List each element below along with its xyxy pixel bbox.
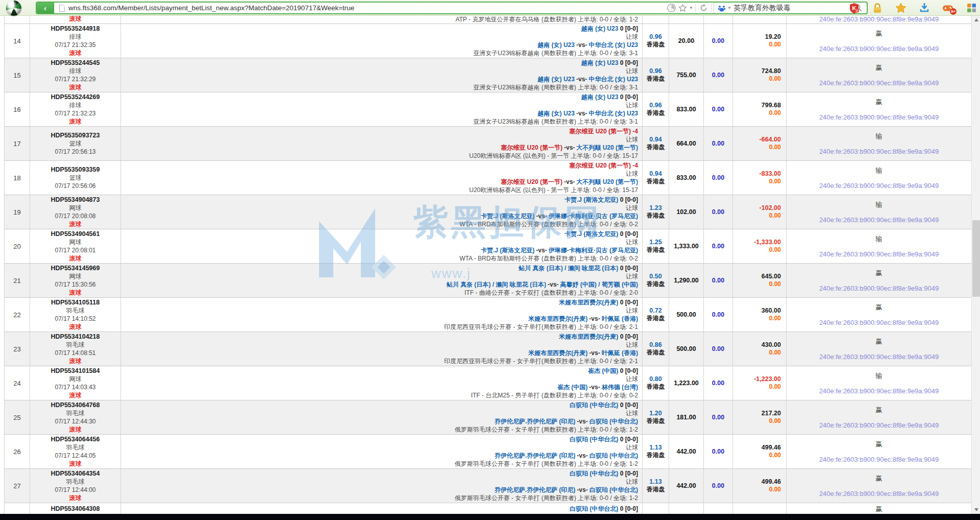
bet-id: HDP5535093359	[51, 166, 100, 174]
league-line: 亚洲女子U23锦标赛越南 (局数获胜者) 上半场: 0-0 / 全场: 3-1	[121, 49, 638, 57]
league-line: 俄罗斯羽毛球公开赛 - 女子单打 (局数获胜者) 上半场: 0-0 / 全场: …	[121, 460, 638, 468]
odds-value: 0.50	[649, 273, 662, 280]
home-team: 越南 (女) U23	[537, 41, 575, 49]
bet-amount: 1,223.00	[674, 380, 699, 387]
home-team: 塞尔维亚 U20 (第一节)	[501, 144, 562, 151]
bookmark-star-icon[interactable]	[677, 4, 688, 12]
valid-amount: 0.00	[712, 72, 724, 79]
ip-address-link[interactable]: 240e:fe:2603:b900:90ec:8f8e:9e9a:9049	[819, 387, 939, 395]
vs-label: -vs-	[577, 486, 587, 493]
cell-odds: 0.80 香港盘	[643, 366, 669, 400]
vertical-scrollbar[interactable]	[971, 16, 980, 514]
site-logo-ball-icon	[6, 1, 21, 16]
security-shield-icon[interactable]: K!	[848, 3, 860, 14]
bet-amount: 1,290.00	[674, 277, 699, 284]
ip-address-link[interactable]: 240e:fe:2603:b900:90ec:8f8e:9e9a:9049	[819, 490, 939, 498]
bet-selection: 卡贾.J (斯洛文尼亚)	[565, 230, 618, 238]
favorites-star-icon[interactable]	[895, 3, 906, 13]
result-secondary-amount: 0.00	[769, 349, 781, 357]
search-box[interactable]: ▼ 英孚教育外教吸毒	[714, 3, 867, 13]
bet-selection: 白驭珀 (中华台北)	[570, 470, 618, 477]
result-amount: 360.00	[762, 307, 781, 315]
market-type-label: 香港盘	[647, 349, 665, 357]
ip-address-link[interactable]: 240e:fe:2603:b900:90ec:8f8e:9e9a:9049	[819, 285, 939, 292]
away-team: 伊琳娜-卡梅利亚·贝古 (罗马尼亚)	[549, 212, 638, 220]
scrollbar-thumb[interactable]	[972, 220, 980, 297]
cell-valid-amount: 0.00	[704, 229, 733, 263]
live-bet-label: 滚球	[69, 426, 82, 434]
bet-type-label: 让球	[121, 238, 638, 246]
cell-status: 输 240e:fe:2603:b900:90ec:8f8e:9e9a:9049	[787, 161, 971, 195]
games-icon[interactable]: 9+	[942, 3, 953, 13]
apps-grid-icon[interactable]	[966, 3, 977, 13]
cell-odds: 0.86 香港盘	[643, 332, 669, 366]
vs-label: -vs-	[564, 178, 575, 185]
home-team: 越南 (女) U23	[537, 110, 575, 117]
ip-address-link[interactable]: 240e:fe:2603:b900:90ec:8f8e:9e9a:9049	[819, 148, 939, 155]
odds-value: 0.72	[649, 307, 662, 315]
table-row: 27 HDP5534064354 羽毛球 07/17 12:44:00 滚球 白…	[5, 469, 971, 503]
live-bet-label: 滚球	[69, 323, 82, 331]
result-secondary-amount: 0.00	[769, 41, 781, 49]
odds-value: 1.25	[649, 239, 662, 246]
cell-odds: 0.96 香港盘	[643, 24, 669, 58]
live-bet-label: 滚球	[69, 289, 82, 297]
cell-row-number: 17	[5, 127, 30, 160]
fan-icon[interactable]	[666, 4, 677, 12]
result-amount: 499.46	[762, 444, 781, 452]
odds-value: 1.13	[649, 444, 662, 452]
cell-odds: 0.96 香港盘	[643, 92, 669, 126]
ip-address-link[interactable]: 240e:fe:2603:b900:90ec:8f8e:9e9a:9049	[819, 250, 939, 258]
bet-id: HDP5534064354	[51, 469, 100, 478]
search-engine-caret-icon[interactable]: ▼	[727, 6, 731, 10]
bet-handicap: 0 [0-0]	[620, 265, 638, 272]
cell-odds: 0.72 香港盘	[643, 298, 669, 332]
bet-amount: 1,333.00	[674, 243, 699, 250]
url-text[interactable]: wns.fts368.com/Member/Lists/payment_betL…	[68, 4, 666, 12]
vs-label: -vs-	[577, 418, 587, 425]
live-bet-label: 滚球	[69, 460, 82, 468]
scroll-up-button[interactable]	[972, 16, 980, 24]
cell-match-info: 卡贾.J (斯洛文尼亚) 0 [0-0] 让球 卡贾.J (斯洛文尼亚)-vs-…	[121, 195, 643, 229]
lock-icon[interactable]	[872, 3, 883, 14]
cell-valid-amount: 0.00	[704, 435, 733, 468]
bet-selection: 崔杰 (中国)	[588, 367, 618, 374]
baidu-paw-icon[interactable]	[717, 4, 726, 13]
ip-address-link[interactable]: 240e:fe:2603:b900:90ec:8f8e:9e9a:9049	[819, 16, 939, 23]
address-bar[interactable]: ‹ wns.fts368.com/Member/Lists/payment_be…	[36, 2, 868, 14]
league-line: 印度尼西亚羽毛球公开赛 - 女子单打(局数获胜者) 上半场: 0-0 / 全场:…	[121, 357, 638, 365]
bet-type-label: 让球	[121, 101, 638, 109]
table-row: 25 HDP5534064768 羽毛球 07/17 12:44:30 滚球 白…	[5, 400, 971, 435]
away-team: 中华台北 (女) U23	[589, 41, 638, 49]
back-button[interactable]: ‹	[37, 3, 54, 13]
away-team: 叶佩延 (香港)	[602, 349, 638, 357]
ip-address-link[interactable]: 240e:fe:2603:b900:90ec:8f8e:9e9a:9049	[819, 353, 939, 361]
cell-odds	[643, 16, 669, 23]
cell-result: -664.00 0.00	[733, 127, 787, 160]
cell-result: 645.00 0.00	[733, 264, 787, 297]
odds-value: 0.96	[649, 33, 662, 41]
ip-address-link[interactable]: 240e:fe:2603:b900:90ec:8f8e:9e9a:9049	[819, 182, 939, 190]
ip-address-link[interactable]: 240e:fe:2603:b900:90ec:8f8e:9e9a:9049	[819, 456, 939, 463]
ip-address-link[interactable]: 240e:fe:2603:b900:90ec:8f8e:9e9a:9049	[819, 421, 939, 429]
bookmark-caret-icon[interactable]: ▼	[689, 6, 693, 10]
reload-icon[interactable]	[698, 4, 709, 12]
cell-amount: 664.00	[669, 127, 704, 160]
ip-address-link[interactable]: 240e:fe:2603:b900:90ec:8f8e:9e9a:9049	[819, 113, 939, 121]
ip-address-link[interactable]: 240e:fe:2603:b900:90ec:8f8e:9e9a:9049	[819, 79, 939, 87]
bet-id: HDP5534904561	[51, 230, 100, 238]
ip-address-link[interactable]: 240e:fe:2603:b900:90ec:8f8e:9e9a:9049	[819, 319, 939, 326]
cell-bet-id: 滚球	[30, 16, 121, 23]
valid-amount: 0.00	[712, 174, 724, 181]
ip-address-link[interactable]: 240e:fe:2603:b900:90ec:8f8e:9e9a:9049	[819, 45, 939, 53]
live-bet-label: 滚球	[69, 391, 82, 399]
ip-address-link[interactable]: 240e:fe:2603:b900:90ec:8f8e:9e9a:9049	[819, 216, 939, 224]
cell-bet-id: HDP5535244918 排球 07/17 21:32:35 滚球	[30, 24, 121, 58]
cell-row-number: 26	[5, 435, 30, 468]
bet-timestamp: 07/17 20:56:13	[55, 148, 95, 156]
search-input[interactable]: 英孚教育外教吸毒	[733, 4, 849, 13]
cell-row-number: 25	[5, 400, 30, 434]
cell-status: 输 240e:fe:2603:b900:90ec:8f8e:9e9a:9049	[787, 366, 971, 400]
download-icon[interactable]	[919, 3, 930, 13]
scroll-down-button[interactable]	[972, 506, 980, 514]
